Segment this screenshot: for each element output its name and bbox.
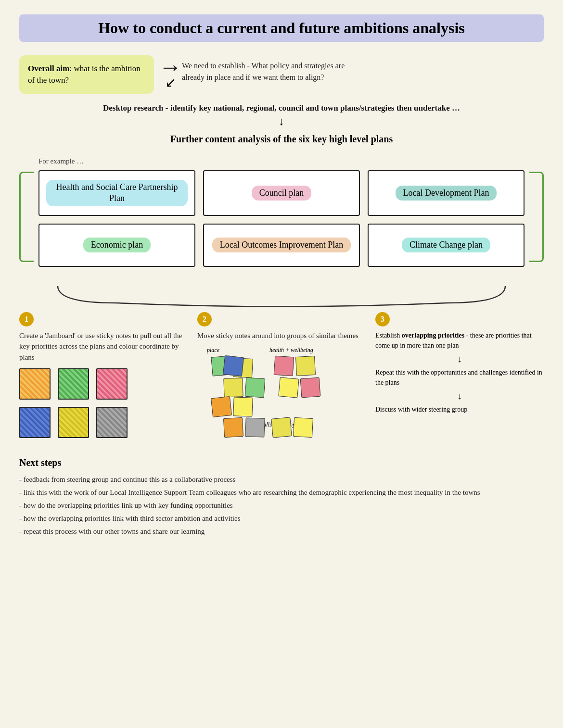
sticky-5 (58, 407, 89, 438)
step-2: 2 Move sticky notes around into groups o… (197, 312, 366, 443)
sticky-2 (58, 368, 89, 400)
step-3-arrow-1: ↓ (375, 353, 544, 364)
step-3-text: Establish overlapping priorities - these… (375, 330, 544, 351)
next-step-3: - how do the overlapping priorities link… (19, 499, 544, 512)
next-step-4: - how the overlapping priorities link wi… (19, 512, 544, 525)
ms-15 (293, 417, 313, 438)
sticky-3 (96, 368, 128, 400)
next-steps-section: Next steps - feedback from steering grou… (19, 457, 544, 538)
ms-6 (233, 397, 253, 417)
health-label: health + wellbeing (269, 347, 313, 354)
step-3: 3 Establish overlapping priorities - the… (375, 312, 544, 443)
ms-14 (271, 417, 292, 438)
for-example-label: For example … (38, 157, 525, 165)
plan-label-1: Health and Social Care Partnership Plan (46, 180, 188, 206)
aim-label: Overall aim (28, 64, 69, 73)
ms-8 (295, 356, 316, 376)
step-2-number: 2 (197, 312, 212, 326)
ms-13 (245, 418, 265, 438)
step-1-number: 1 (19, 312, 34, 326)
curved-down-arrow-icon: ↙ (165, 75, 176, 90)
step-3-number: 3 (375, 312, 390, 326)
plan-label-5: Local Outcomes Improvement Plan (212, 238, 351, 252)
plans-grid: Health and Social Care Partnership Plan … (38, 170, 525, 267)
sticky-1 (19, 368, 51, 400)
step-1-text: Create a 'Jamboard' or use sticky notes … (19, 330, 188, 363)
step-2-image: place health + wellbeing skills + employ… (197, 347, 366, 443)
plan-box-1: Health and Social Care Partnership Plan (38, 170, 195, 216)
desktop-research-text: Desktop research - identify key national… (19, 103, 544, 113)
next-steps-list: - feedback from steering group and conti… (19, 473, 544, 538)
step-2-text: Move sticky notes around into groups of … (197, 330, 366, 341)
plan-box-3: Local Development Plan (368, 170, 525, 216)
plan-label-3: Local Development Plan (396, 186, 497, 201)
green-bracket-left (19, 172, 34, 262)
next-step-2: - link this with the work of our Local I… (19, 486, 544, 499)
place-label: place (207, 347, 219, 354)
ms-12 (223, 417, 243, 438)
green-bracket-right (529, 172, 544, 262)
step-1: 1 Create a 'Jamboard' or use sticky note… (19, 312, 188, 443)
plan-box-5: Local Outcomes Improvement Plan (203, 224, 360, 267)
plan-label-6: Climate Change plan (402, 238, 490, 252)
step-3-arrow-2: ↓ (375, 390, 544, 402)
plan-box-6: Climate Change plan (368, 224, 525, 267)
plan-label-4: Economic plan (83, 238, 151, 252)
plan-box-2: Council plan (203, 170, 360, 216)
step-3-bold: overlapping priorities (402, 332, 464, 339)
sticky-4 (19, 407, 51, 438)
further-content-title: Further content analysis of the six key … (19, 134, 544, 145)
ms-5 (211, 396, 232, 417)
next-step-5: - repeat this process with our other tow… (19, 525, 544, 538)
steps-container: 1 Create a 'Jamboard' or use sticky note… (19, 312, 544, 443)
overall-aim-box: Overall aim: what is the ambition of the… (19, 55, 154, 94)
plan-label-2: Council plan (252, 186, 312, 201)
ms-9 (278, 377, 299, 398)
next-step-1: - feedback from steering group and conti… (19, 473, 544, 486)
sticky-notes-grid (19, 368, 188, 440)
ms-7 (274, 356, 294, 377)
page-title: How to conduct a current and future ambi… (19, 14, 544, 42)
down-arrow-icon: ↓ (19, 115, 544, 128)
plan-box-4: Economic plan (38, 224, 195, 267)
step-3-intro: Establish (375, 332, 402, 339)
policy-text: We need to establish - What policy and s… (182, 60, 355, 83)
ms-11 (223, 355, 244, 377)
sticky-6 (96, 407, 128, 438)
step-3-sub1: Repeat this with the opportunities and c… (375, 367, 544, 388)
step-3-sub2: Discuss with wider steering group (375, 404, 544, 414)
ms-4 (245, 377, 266, 398)
ms-3 (223, 378, 243, 398)
ms-10 (300, 377, 321, 398)
curved-brace-connector (19, 284, 544, 308)
next-steps-title: Next steps (19, 457, 544, 468)
